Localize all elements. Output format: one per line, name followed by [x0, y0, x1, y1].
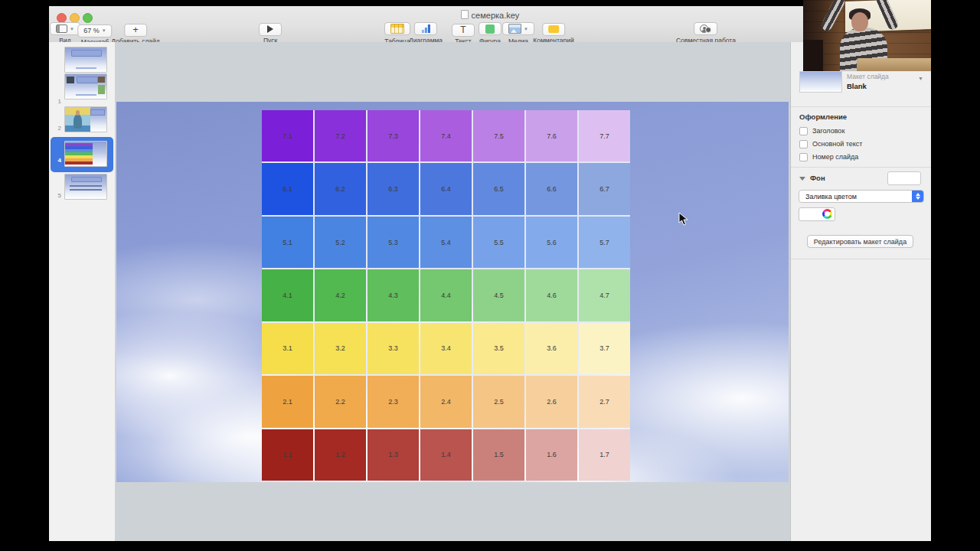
grid-cell-7.3[interactable]: 7.3: [368, 110, 419, 161]
grid-cell-2.5[interactable]: 2.5: [473, 376, 524, 427]
window-title: семерка.key: [49, 10, 931, 20]
grid-cell-7.1[interactable]: 7.1: [262, 110, 313, 161]
grid-cell-2.7[interactable]: 2.7: [579, 376, 630, 427]
grid-cell-3.2[interactable]: 3.2: [315, 323, 366, 374]
fill-color-well[interactable]: [799, 207, 835, 221]
view-icon: [56, 24, 67, 33]
slide-thumbnail-1[interactable]: [64, 47, 107, 73]
document-icon: [461, 10, 469, 19]
slide-thumbnail-4-selected[interactable]: [64, 141, 107, 167]
grid-cell-6.4[interactable]: 6.4: [420, 163, 472, 214]
grid-cell-5.7[interactable]: 5.7: [579, 217, 630, 268]
grid-cell-5.4[interactable]: 5.4: [420, 217, 472, 268]
slide-thumbnail-2[interactable]: [64, 73, 107, 99]
grid-cell-1.6[interactable]: 1.6: [526, 429, 577, 481]
bar-chart-icon: [421, 24, 430, 33]
grid-cell-6.7[interactable]: 6.7: [579, 163, 630, 214]
grid-cell-5.6[interactable]: 5.6: [526, 217, 577, 268]
grid-cell-2.3[interactable]: 2.3: [368, 376, 419, 427]
view-menu[interactable]: ▼ Вид: [50, 22, 80, 44]
grid-cell-1.2[interactable]: 1.2: [315, 429, 366, 481]
disclosure-triangle-icon[interactable]: [799, 177, 805, 181]
text-icon: T: [460, 26, 466, 34]
comment-icon: [548, 25, 559, 33]
grid-cell-1.5[interactable]: 1.5: [473, 429, 524, 481]
layout-caption: Макет слайда: [847, 73, 889, 80]
format-inspector: Макет слайда Blank ▼ Оформление Заголово…: [790, 42, 931, 541]
grid-cell-7.5[interactable]: 7.5: [473, 110, 524, 161]
grid-cell-4.5[interactable]: 4.5: [473, 269, 524, 321]
grid-cell-3.5[interactable]: 3.5: [473, 323, 524, 374]
select-stepper-icon: [912, 191, 923, 202]
grid-cell-3.7[interactable]: 3.7: [579, 323, 630, 374]
slide-thumbnail-3[interactable]: [64, 106, 107, 132]
layout-thumbnail[interactable]: [799, 71, 842, 93]
checkbox-icon: [799, 140, 808, 148]
comment-button[interactable]: Комментарий: [533, 22, 574, 44]
grid-cell-7.7[interactable]: 7.7: [579, 110, 630, 161]
chevron-down-icon[interactable]: ▼: [918, 76, 923, 81]
chevron-down-icon: ▼: [70, 27, 74, 31]
grid-cell-5.3[interactable]: 5.3: [368, 217, 419, 268]
current-slide[interactable]: 7.17.27.37.47.57.67.76.16.26.36.46.56.66…: [116, 102, 789, 482]
grid-cell-3.6[interactable]: 3.6: [526, 323, 577, 374]
grid-cell-1.7[interactable]: 1.7: [579, 429, 630, 481]
slide-navigator: 1 2 3 4 5: [49, 42, 116, 541]
grid-cell-5.5[interactable]: 5.5: [473, 217, 524, 268]
grid-cell-4.1[interactable]: 4.1: [262, 269, 313, 321]
checkbox-icon: [799, 153, 808, 161]
fill-type-select[interactable]: Заливка цветом: [799, 190, 924, 203]
grid-cell-4.4[interactable]: 4.4: [420, 269, 472, 321]
background-color-well[interactable]: [887, 171, 921, 185]
play-button[interactable]: Пуск: [259, 22, 282, 44]
color-wheel-icon[interactable]: [822, 209, 832, 219]
grid-cell-4.2[interactable]: 4.2: [315, 269, 366, 321]
grid-cell-3.3[interactable]: 3.3: [368, 323, 419, 374]
grid-cell-6.2[interactable]: 6.2: [315, 163, 366, 214]
presenter-face: [851, 12, 868, 31]
presenter-arm: [820, 0, 847, 32]
grid-cell-4.6[interactable]: 4.6: [526, 269, 577, 321]
grid-cell-6.5[interactable]: 6.5: [473, 163, 524, 214]
grid-cell-1.3[interactable]: 1.3: [368, 429, 419, 481]
grid-cell-7.6[interactable]: 7.6: [526, 110, 577, 161]
grid-cell-2.1[interactable]: 2.1: [262, 376, 313, 427]
grid-cell-4.7[interactable]: 4.7: [579, 269, 630, 321]
grid-cell-7.2[interactable]: 7.2: [315, 110, 366, 161]
chart-button[interactable]: Диаграмма: [409, 22, 443, 44]
grid-cell-5.1[interactable]: 5.1: [262, 217, 313, 268]
furniture: [803, 40, 823, 71]
color-grid: 7.17.27.37.47.57.67.76.16.26.36.46.56.66…: [262, 110, 630, 481]
play-icon: [267, 25, 273, 33]
edit-layout-button[interactable]: Редактировать макет слайда: [807, 235, 913, 248]
slide-number: 4: [52, 157, 61, 164]
checkbox-title[interactable]: Заголовок: [799, 126, 844, 135]
grid-cell-5.2[interactable]: 5.2: [315, 217, 366, 268]
grid-cell-1.1[interactable]: 1.1: [262, 429, 313, 481]
slide-thumbnail-5[interactable]: [64, 174, 107, 200]
checkbox-body-text[interactable]: Основной текст: [799, 139, 862, 148]
layout-name: Blank: [847, 82, 867, 90]
grid-cell-4.3[interactable]: 4.3: [368, 269, 419, 321]
shape-icon: [485, 24, 495, 34]
grid-cell-3.1[interactable]: 3.1: [262, 323, 313, 374]
grid-cell-2.6[interactable]: 2.6: [526, 376, 577, 427]
grid-cell-3.4[interactable]: 3.4: [420, 323, 472, 374]
grid-cell-1.4[interactable]: 1.4: [420, 429, 472, 481]
grid-cell-7.4[interactable]: 7.4: [420, 110, 472, 161]
grid-cell-2.2[interactable]: 2.2: [315, 376, 366, 427]
grid-cell-6.1[interactable]: 6.1: [262, 163, 313, 214]
checkbox-slide-number[interactable]: Номер слайда: [799, 152, 858, 161]
slide-canvas[interactable]: 7.17.27.37.47.57.67.76.16.26.36.46.56.66…: [115, 42, 790, 541]
mouse-cursor: [678, 212, 689, 226]
chevron-down-icon: ▼: [102, 28, 106, 33]
grid-cell-6.3[interactable]: 6.3: [368, 163, 419, 214]
divider: [791, 106, 931, 107]
keynote-window: семерка.key ▼ Вид 67 %▼ Масштаб + Добави…: [49, 6, 931, 541]
table-icon: [390, 24, 404, 34]
webcam-overlay: [803, 0, 931, 71]
grid-cell-2.4[interactable]: 2.4: [420, 376, 472, 427]
collaborate-button[interactable]: Совместная работа: [676, 22, 736, 44]
divider: [791, 259, 931, 259]
grid-cell-6.6[interactable]: 6.6: [526, 163, 577, 214]
